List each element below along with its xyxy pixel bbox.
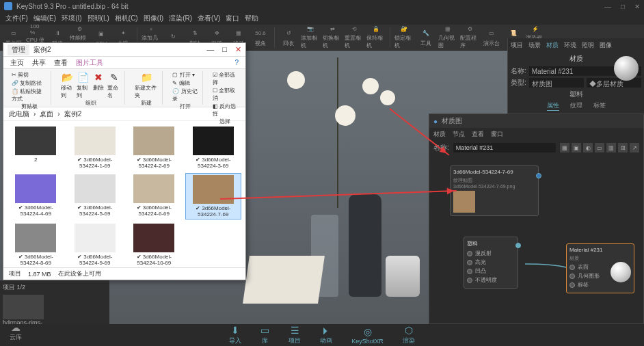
- file-item[interactable]: ✔ 3d66Model-534224-10-69: [126, 222, 183, 267]
- file-item[interactable]: ✔ 3d66Model-534224-1-69: [67, 125, 124, 170]
- file-item[interactable]: ✔ 3d66Model-534224-6-69: [126, 173, 183, 219]
- nav-picture-tools[interactable]: 图片工具: [76, 58, 103, 68]
- tab-lighting[interactable]: 照明: [582, 41, 594, 50]
- toolbar-button[interactable]: ▭演示台: [482, 26, 501, 49]
- render-button[interactable]: ⬡渲染: [403, 325, 415, 345]
- menu-edit[interactable]: 编辑(E): [32, 14, 57, 23]
- explorer-min-button[interactable]: —: [206, 45, 214, 54]
- toolbar-button[interactable]: ▦几何视图: [438, 26, 457, 49]
- nav-view[interactable]: 查看: [54, 58, 68, 68]
- minimize-button[interactable]: —: [604, 3, 611, 10]
- toolbar-button[interactable]: ↺回收: [279, 26, 298, 49]
- toolbar-button[interactable]: ⚙配置程序: [460, 26, 479, 49]
- subtab-textures[interactable]: 纹理: [570, 101, 582, 111]
- subtab-labels[interactable]: 标签: [593, 101, 606, 111]
- toolbar-button[interactable]: 🔒保持相机: [366, 26, 386, 49]
- tab-image[interactable]: 图像: [600, 41, 612, 50]
- maximize-button[interactable]: □: [621, 3, 625, 10]
- cloud-library-button[interactable]: ☁云库: [10, 322, 22, 342]
- graph-menu-view[interactable]: 查看: [472, 130, 484, 139]
- menu-camera[interactable]: 相机(C): [113, 14, 139, 23]
- explorer-max-button[interactable]: □: [222, 45, 227, 54]
- port-specular[interactable]: 高光: [467, 258, 515, 266]
- cut-button[interactable]: ✂ 剪切: [12, 71, 29, 79]
- select-all-button[interactable]: ☑ 全部选择: [213, 71, 237, 86]
- file-item[interactable]: ✔ 3d66Model-534224-8-69: [8, 222, 64, 267]
- multi-material-button[interactable]: ◆多层材质: [587, 78, 641, 88]
- crumb-folder[interactable]: 案例2: [64, 109, 82, 119]
- output-port[interactable]: [515, 243, 521, 248]
- help-icon[interactable]: ?: [234, 59, 239, 66]
- graph-menu-window[interactable]: 窗口: [491, 130, 503, 139]
- project-button[interactable]: ☰项目: [289, 325, 301, 345]
- crumb-desktop[interactable]: 桌面: [40, 109, 53, 119]
- toolbar-button[interactable]: ⇄切换相机: [323, 26, 342, 49]
- output-port[interactable]: [536, 173, 541, 178]
- toolbar-button[interactable]: ⟲重置相机: [345, 26, 364, 49]
- keyshotxr-button[interactable]: ◎KeyShotXR: [351, 326, 384, 345]
- toolbar-button[interactable]: 50.6视角: [251, 26, 270, 49]
- file-item[interactable]: 2: [8, 125, 64, 170]
- file-item[interactable]: ✔ 3d66Model-534224-2-69: [126, 125, 183, 170]
- file-grid[interactable]: 2✔ 3d66Model-534224-1-69✔ 3d66Model-5342…: [3, 121, 245, 267]
- graph-tool-icon[interactable]: ▦: [560, 143, 569, 152]
- copy-to-button[interactable]: 📄复制到: [77, 71, 90, 99]
- edit-button[interactable]: ✎ 编辑: [172, 79, 198, 87]
- menu-help[interactable]: 帮助: [243, 14, 260, 23]
- file-item[interactable]: ✔ 3d66Model-534224-3-69: [185, 125, 242, 170]
- history-button[interactable]: 🕘 历史记录: [172, 88, 198, 103]
- open-button[interactable]: ▢ 打开 ▾: [172, 71, 198, 79]
- tab-material[interactable]: 材质: [546, 41, 559, 50]
- select-none-button[interactable]: ☐ 全部取消: [213, 87, 237, 102]
- menu-light[interactable]: 照明(L): [86, 14, 111, 23]
- crumb-pc[interactable]: 此电脑: [9, 109, 29, 119]
- file-item[interactable]: ✔ 3d66Model-534224-5-69: [67, 173, 124, 219]
- graph-menu-node[interactable]: 节点: [453, 130, 465, 139]
- nav-share[interactable]: 共享: [32, 58, 46, 68]
- graph-tool-icon[interactable]: ↗: [630, 143, 639, 152]
- port-label[interactable]: 标签: [569, 281, 611, 289]
- file-item[interactable]: ✔ 3d66Model-534224-9-69: [67, 222, 124, 267]
- tab-project[interactable]: 项目: [511, 41, 523, 50]
- paste-shortcut-button[interactable]: 📋 粘贴快捷方式: [12, 88, 46, 103]
- graph-tool-icon[interactable]: ◐: [583, 143, 593, 152]
- menu-image[interactable]: 图像(I): [142, 14, 165, 23]
- menu-window[interactable]: 窗口: [224, 14, 241, 23]
- menu-env[interactable]: 环境(I): [60, 14, 83, 23]
- graph-tool-icon[interactable]: ▭: [595, 143, 604, 152]
- port-geometry[interactable]: 几何图形: [569, 272, 611, 280]
- menu-view[interactable]: 查看(V): [196, 14, 222, 23]
- graph-tool-icon[interactable]: ▣: [572, 143, 581, 152]
- explorer-path[interactable]: 案例2: [29, 44, 55, 55]
- menu-file[interactable]: 文件(F): [4, 14, 29, 23]
- rename-button[interactable]: ✎重命名: [107, 71, 120, 99]
- file-item[interactable]: ✔ 3d66Model-534224-7-69: [185, 173, 242, 219]
- invert-selection-button[interactable]: ◧ 反向选择: [213, 103, 237, 118]
- explorer-close-button[interactable]: ✕: [235, 45, 241, 54]
- node-canvas[interactable]: 3d66Model-534224-7-69 纹理贴图 3d66Model-534…: [429, 155, 643, 323]
- new-folder-button[interactable]: 📁新建文件夹: [135, 71, 158, 99]
- toolbar-button[interactable]: 🔧工具: [416, 26, 435, 49]
- nav-home[interactable]: 主页: [10, 58, 24, 68]
- copy-path-button[interactable]: 🔗 复制路径: [12, 79, 42, 87]
- plastic-node[interactable]: 塑料 漫反射 高光 凹凸 不透明度: [464, 237, 518, 289]
- graph-tool-icon[interactable]: ⊞: [618, 143, 628, 152]
- move-to-button[interactable]: 📂移动到: [61, 71, 74, 99]
- import-button[interactable]: ⬇导入: [229, 325, 241, 345]
- delete-button[interactable]: ✖删除: [92, 71, 105, 99]
- material-graph-button[interactable]: 材质图: [529, 78, 584, 88]
- file-item[interactable]: ✔ 3d66Model-534224-4-69: [8, 173, 64, 219]
- toolbar-button[interactable]: 📷添加相机: [301, 26, 320, 49]
- toolbar-button[interactable]: 🔐锁定相机: [394, 26, 414, 49]
- graph-tool-icon[interactable]: ▥: [606, 143, 616, 152]
- port-opacity[interactable]: 不透明度: [467, 276, 515, 284]
- hdr-thumb[interactable]: [3, 295, 44, 319]
- library-button[interactable]: ▭库: [260, 325, 269, 345]
- tab-scene[interactable]: 场景: [528, 41, 541, 50]
- material-node[interactable]: Material #231 材质 表面 几何图形 标签: [566, 243, 634, 293]
- subtab-properties[interactable]: 属性: [547, 101, 559, 111]
- explorer-tab[interactable]: 管理: [8, 44, 29, 55]
- menu-render[interactable]: 渲染(R): [167, 14, 193, 23]
- close-button[interactable]: ✕: [634, 3, 640, 10]
- tab-env[interactable]: 环境: [564, 41, 576, 50]
